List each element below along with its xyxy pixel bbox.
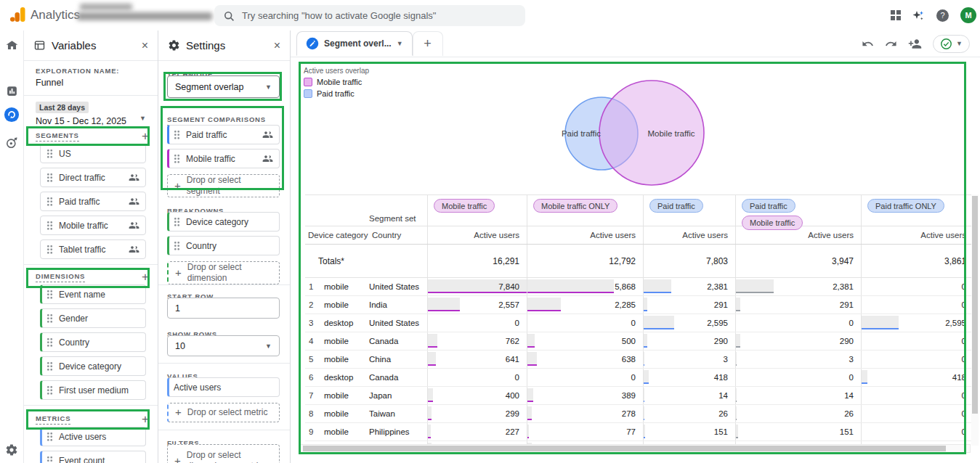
segments-list: USDirect trafficPaid trafficMobile traff… bbox=[40, 144, 146, 263]
check-circle-icon bbox=[940, 38, 952, 50]
analytics-logo-icon[interactable] bbox=[9, 7, 27, 22]
value-text: 14 bbox=[844, 391, 854, 400]
nav-explore[interactable] bbox=[0, 104, 23, 126]
drag-handle-icon bbox=[174, 130, 180, 140]
metric-chip[interactable]: Active users bbox=[40, 427, 146, 446]
value-text: 278 bbox=[622, 409, 636, 418]
value-bar bbox=[644, 352, 644, 366]
device-category-header[interactable]: Device category bbox=[305, 226, 369, 244]
value-cell: 389 bbox=[527, 387, 643, 404]
nav-admin-gear-icon[interactable] bbox=[0, 439, 23, 461]
segment-chip[interactable]: Direct traffic bbox=[40, 168, 146, 187]
date-caret-icon[interactable]: ▼ bbox=[139, 115, 146, 122]
start-row-input[interactable]: 1 bbox=[167, 298, 280, 319]
tab-segment-overlap[interactable]: Segment overl... ▼ bbox=[296, 31, 413, 56]
date-range-selector[interactable]: Last 28 days Nov 15 - Dec 12, 2025 bbox=[36, 100, 126, 126]
active-users-header[interactable]: Active users bbox=[427, 226, 527, 244]
dimensions-list: Event nameGenderCountryDevice categoryFi… bbox=[40, 284, 146, 404]
property-name-blurred bbox=[80, 4, 132, 10]
nav-advertising[interactable] bbox=[0, 131, 23, 153]
totals-value: 3,947 bbox=[735, 245, 861, 277]
chip-label: Paid traffic bbox=[186, 130, 227, 140]
value-bar bbox=[644, 334, 647, 348]
apps-grid-icon[interactable] bbox=[891, 10, 901, 20]
metric-chip[interactable]: Event count bbox=[40, 451, 146, 463]
dimension-chip[interactable]: First user medium bbox=[40, 380, 146, 400]
value-bar bbox=[736, 425, 738, 438]
variables-close-icon[interactable]: × bbox=[142, 39, 148, 52]
segment-pill-header: Paid trafficMobile traffic bbox=[735, 195, 861, 226]
help-icon[interactable]: ? bbox=[936, 9, 949, 22]
undo-icon[interactable] bbox=[862, 38, 874, 50]
segment-comparison-chip[interactable]: Mobile traffic bbox=[167, 149, 280, 168]
active-users-header[interactable]: Active users bbox=[735, 226, 861, 244]
country-header[interactable]: Country bbox=[369, 226, 427, 244]
drop-filter-target[interactable]: + Drop or select dimension or metric bbox=[167, 444, 280, 463]
people-icon bbox=[129, 244, 139, 255]
nav-rail bbox=[0, 30, 23, 463]
segment-chip[interactable]: Paid traffic bbox=[40, 192, 146, 211]
device-cell: mobile bbox=[324, 387, 369, 404]
status-check-button[interactable]: ▼ bbox=[933, 35, 970, 53]
search-input[interactable]: Try searching "how to activate Google si… bbox=[214, 5, 525, 26]
edit-pencil-icon bbox=[306, 37, 319, 50]
segment-chip[interactable]: Mobile traffic bbox=[40, 216, 146, 235]
drop-metric-target[interactable]: + Drop or select metric bbox=[167, 403, 280, 422]
redo-icon[interactable] bbox=[885, 38, 897, 50]
horizontal-scrollbar-thumb[interactable] bbox=[303, 446, 946, 451]
chevron-down-icon[interactable]: ▼ bbox=[397, 40, 403, 47]
value-bar bbox=[527, 425, 529, 438]
avatar[interactable]: M bbox=[960, 7, 976, 23]
drop-dimension-target[interactable]: + Drop or select dimension bbox=[167, 261, 280, 284]
nav-home[interactable] bbox=[0, 34, 23, 56]
value-text: 3 bbox=[849, 355, 854, 364]
nav-reports[interactable] bbox=[0, 80, 23, 102]
drop-segment-target[interactable]: + Drop or select segment bbox=[167, 174, 280, 197]
value-cell: 0 bbox=[861, 405, 973, 422]
breakdown-chip[interactable]: Country bbox=[167, 236, 280, 255]
device-cell: mobile bbox=[324, 405, 369, 422]
share-person-add-icon[interactable] bbox=[908, 37, 922, 51]
value-cell: 14 bbox=[643, 387, 735, 404]
divider bbox=[158, 363, 290, 364]
add-metric-button[interactable]: + bbox=[142, 412, 149, 427]
exploration-name-label: EXPLORATION NAME: bbox=[36, 67, 119, 75]
breakdown-chip[interactable]: Device category bbox=[167, 212, 280, 232]
segment-pill: Paid traffic bbox=[649, 199, 703, 213]
active-users-header[interactable]: Active users bbox=[527, 226, 643, 244]
dimension-chip[interactable]: Device category bbox=[40, 356, 146, 376]
value-cell: 299 bbox=[427, 405, 527, 422]
value-text: 0 bbox=[631, 319, 636, 327]
technique-dropdown[interactable]: Segment overlap ▼ bbox=[167, 75, 280, 98]
vertical-scrollbar-thumb[interactable] bbox=[972, 196, 978, 414]
value-chip[interactable]: Active users bbox=[167, 377, 280, 397]
value-cell: 0 bbox=[861, 423, 973, 441]
segment-chip[interactable]: Tablet traffic bbox=[40, 239, 146, 259]
settings-close-icon[interactable]: × bbox=[274, 39, 280, 52]
divider bbox=[158, 430, 290, 430]
show-rows-dropdown[interactable]: 10 ▼ bbox=[167, 335, 280, 356]
value-text: 638 bbox=[622, 355, 636, 364]
value-text: 2,595 bbox=[945, 319, 966, 327]
value-text: 290 bbox=[714, 337, 728, 345]
insights-sparkle-icon[interactable] bbox=[912, 9, 925, 22]
segment-pill-header: Mobile traffic ONLY bbox=[527, 195, 643, 226]
dimension-chip[interactable]: Event name bbox=[40, 284, 146, 304]
dimension-chip[interactable]: Country bbox=[40, 332, 146, 352]
active-users-header[interactable]: Active users bbox=[861, 226, 973, 244]
add-dimension-button[interactable]: + bbox=[142, 270, 149, 284]
segment-comparison-chip[interactable]: Paid traffic bbox=[167, 125, 280, 144]
tab-label: Segment overl... bbox=[324, 38, 392, 49]
segment-chip[interactable]: US bbox=[40, 144, 146, 163]
exploration-name-value[interactable]: Funnel bbox=[36, 78, 119, 88]
search-placeholder: Try searching "how to activate Google si… bbox=[242, 10, 436, 21]
value-bar bbox=[644, 388, 644, 402]
add-segment-button[interactable]: + bbox=[142, 129, 149, 144]
active-users-header[interactable]: Active users bbox=[643, 226, 735, 244]
dimension-chip[interactable]: Gender bbox=[40, 308, 146, 328]
topbar-actions: ? M bbox=[891, 0, 976, 30]
value-cell: 77 bbox=[527, 423, 643, 441]
add-tab-button[interactable]: + bbox=[413, 31, 443, 56]
country-cell: China bbox=[369, 351, 427, 368]
value-text: 5,868 bbox=[615, 282, 636, 291]
